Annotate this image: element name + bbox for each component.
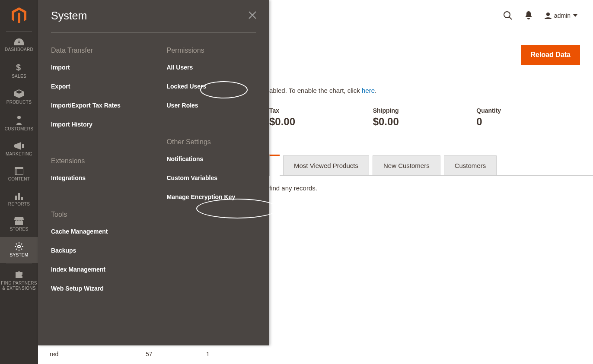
group-permissions: Permissions — [167, 47, 257, 54]
menu-custom-variables[interactable]: Custom Variables — [167, 174, 257, 193]
group-tools: Tools — [51, 211, 141, 218]
nav-system[interactable]: SYSTEM — [0, 237, 38, 263]
magento-logo-icon — [12, 7, 26, 24]
tab-new-customers[interactable]: New Customers — [373, 155, 440, 175]
tab-active-edge — [269, 155, 280, 176]
group-data-transfer: Data Transfer — [51, 47, 141, 54]
gear-icon — [15, 242, 23, 251]
tabs-row: Most Viewed Products New Customers Custo… — [269, 155, 593, 176]
close-button[interactable] — [249, 11, 256, 20]
magento-logo[interactable] — [0, 0, 38, 31]
store-icon — [14, 217, 24, 225]
chart-notice: abled. To enable the chart, click here. — [269, 87, 376, 94]
admin-user-menu[interactable]: admin — [545, 12, 580, 19]
group-extensions: Extensions — [51, 157, 141, 165]
menu-notifications[interactable]: Notifications — [167, 155, 257, 174]
search-button[interactable] — [503, 11, 513, 20]
close-icon — [249, 11, 256, 19]
puzzle-icon — [15, 270, 23, 279]
menu-import-export-tax-rates[interactable]: Import/Export Tax Rates — [51, 102, 141, 121]
notifications-button[interactable] — [525, 11, 532, 20]
stat-shipping: Shipping $0.00 — [373, 107, 477, 128]
menu-integrations[interactable]: Integrations — [51, 174, 141, 193]
menu-export[interactable]: Export — [51, 83, 141, 102]
box-icon — [14, 89, 24, 98]
menu-index-management[interactable]: Index Management — [51, 266, 141, 285]
bell-icon — [525, 11, 532, 20]
bars-icon — [15, 192, 23, 200]
menu-web-setup-wizard[interactable]: Web Setup Wizard — [51, 285, 141, 304]
menu-locked-users[interactable]: Locked Users — [167, 83, 257, 102]
group-other-settings: Other Settings — [167, 138, 257, 146]
table-row: red 57 1 — [50, 351, 210, 358]
svg-rect-7 — [21, 197, 23, 200]
tab-customers[interactable]: Customers — [444, 155, 497, 175]
stat-tax: Tax $0.00 — [269, 107, 373, 128]
menu-all-users[interactable]: All Users — [167, 64, 257, 83]
dollar-icon: $ — [16, 63, 22, 72]
svg-rect-3 — [15, 167, 23, 169]
admin-sidebar: DASHBOARD $ SALES PRODUCTS CUSTOMERS MAR… — [0, 0, 38, 364]
tab-most-viewed-products[interactable]: Most Viewed Products — [283, 155, 369, 175]
nav-content[interactable]: CONTENT — [0, 162, 38, 187]
nav-find-partners[interactable]: FIND PARTNERS & EXTENSIONS — [0, 265, 38, 296]
admin-username: admin — [554, 12, 571, 19]
row-value-2: 1 — [206, 351, 210, 358]
nav-sales[interactable]: $ SALES — [0, 57, 38, 84]
nav-marketing[interactable]: MARKETING — [0, 137, 38, 162]
row-name: red — [50, 351, 146, 358]
stats-row: Tax $0.00 Shipping $0.00 Quantity 0 — [269, 107, 580, 128]
menu-cache-management[interactable]: Cache Management — [51, 228, 141, 247]
svg-rect-6 — [18, 193, 20, 200]
nav-stores[interactable]: STORES — [0, 212, 38, 237]
svg-point-9 — [504, 12, 510, 18]
svg-rect-5 — [15, 196, 17, 200]
gauge-icon — [14, 38, 24, 45]
menu-user-roles[interactable]: User Roles — [167, 102, 257, 121]
flyout-title: System — [51, 9, 87, 22]
nav-products[interactable]: PRODUCTS — [0, 84, 38, 110]
row-value-1: 57 — [146, 351, 206, 358]
svg-rect-4 — [15, 169, 17, 175]
svg-point-8 — [18, 245, 20, 248]
user-icon — [545, 12, 552, 19]
menu-backups[interactable]: Backups — [51, 247, 141, 266]
nav-reports[interactable]: REPORTS — [0, 187, 38, 212]
menu-import-history[interactable]: Import History — [51, 121, 141, 140]
search-icon — [503, 11, 513, 20]
megaphone-icon — [14, 142, 24, 150]
system-flyout: System Data Transfer Import Export Impor… — [38, 0, 269, 345]
svg-point-10 — [546, 13, 550, 16]
person-icon — [16, 115, 22, 125]
svg-point-1 — [17, 116, 21, 119]
enable-chart-link[interactable]: here — [362, 87, 375, 94]
reload-data-button[interactable]: Reload Data — [521, 45, 580, 65]
layout-icon — [15, 167, 23, 175]
records-message: find any records. — [269, 184, 317, 192]
stat-quantity: Quantity 0 — [476, 107, 580, 128]
nav-dashboard[interactable]: DASHBOARD — [0, 33, 38, 57]
menu-manage-encryption-key[interactable]: Manage Encryption Key — [167, 193, 257, 212]
menu-import[interactable]: Import — [51, 64, 141, 83]
svg-text:$: $ — [16, 63, 21, 72]
nav-customers[interactable]: CUSTOMERS — [0, 110, 38, 137]
chevron-down-icon — [573, 14, 577, 17]
